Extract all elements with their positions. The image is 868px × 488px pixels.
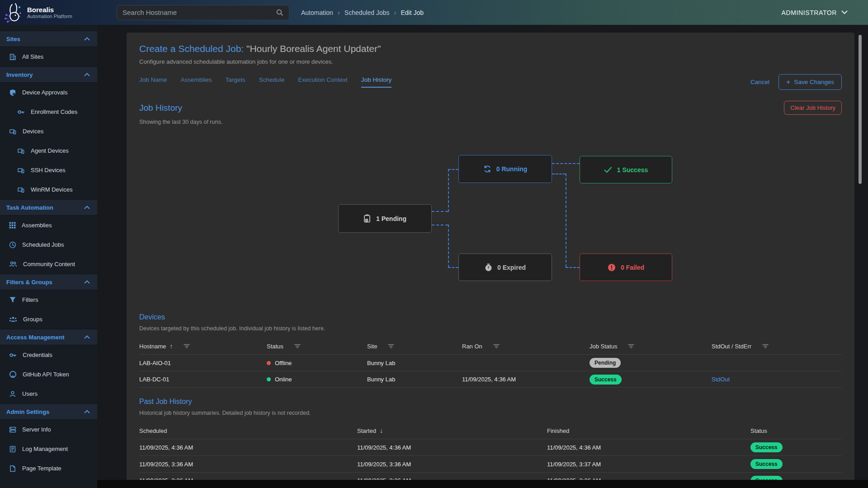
past-job-history-heading: Past Job History (139, 398, 842, 406)
chevron-up-icon (84, 37, 90, 41)
tab-job-name[interactable]: Job Name (139, 76, 167, 88)
sidebar-item-label: Server Info (22, 426, 51, 433)
sidebar-item-winrm-devices[interactable]: WinRM Devices (0, 180, 97, 199)
column-header-hostname[interactable]: Hostname ↑ (139, 343, 267, 350)
search-input[interactable] (123, 9, 276, 16)
page-subtitle: Configure advanced schedulable automatio… (139, 58, 842, 65)
past-history-table-header: Scheduled Started ↓ Finished Status (139, 422, 842, 439)
sidebar-item-device-approvals[interactable]: Device Approvals (0, 83, 97, 102)
stopwatch-icon (485, 263, 492, 272)
sidebar-section-task-automation[interactable]: Task Automation (0, 199, 97, 216)
sidebar-item-groups[interactable]: Groups (0, 310, 97, 329)
breadcrumb-separator-icon: › (338, 9, 340, 16)
flow-connector (552, 174, 566, 174)
site-cell: Bunny Lab (367, 360, 462, 366)
error-circle-icon (608, 263, 616, 272)
column-header-site[interactable]: Site (367, 343, 462, 350)
sidebar-section-sites[interactable]: Sites (0, 31, 97, 47)
sidebar-item-page-template[interactable]: Page Template (0, 459, 97, 478)
status-cell: Online (267, 376, 367, 383)
sidebar-section-filters-groups[interactable]: Filters & Groups (0, 274, 97, 290)
column-header-ran-on[interactable]: Ran On (462, 343, 590, 350)
sidebar-item-server-info[interactable]: Server Info (0, 420, 97, 439)
sidebar-item-label: Devices (23, 128, 43, 135)
user-menu[interactable]: ADMINISTRATOR (782, 9, 848, 16)
flow-node-running: 0 Running (458, 155, 552, 183)
sidebar-item-enrollment-codes[interactable]: Enrollment Codes (0, 102, 97, 122)
section-title: Sites (6, 36, 20, 42)
column-header-status[interactable]: Status (750, 427, 842, 434)
section-title: Admin Settings (6, 408, 49, 415)
sidebar-section-inventory[interactable]: Inventory (0, 66, 97, 83)
filter-icon[interactable] (762, 344, 769, 348)
sidebar-item-community-content[interactable]: Community Content (0, 254, 97, 274)
tab-targets[interactable]: Targets (226, 76, 245, 88)
save-changes-button[interactable]: + Save Changes (778, 74, 842, 90)
column-header-finished[interactable]: Finished (547, 427, 750, 434)
user-menu-label: ADMINISTRATOR (782, 9, 837, 16)
sidebar-item-label: Scheduled Jobs (22, 241, 64, 248)
brand-logo-area[interactable]: Borealis Automation Platform (0, 2, 97, 23)
sidebar-item-log-management[interactable]: Log Management (0, 439, 97, 459)
sidebar-item-github-api-token[interactable]: GitHub API Token (0, 365, 97, 384)
ran-on-cell: 11/09/2025, 4:36 AM (462, 376, 590, 383)
vertical-scrollbar[interactable] (859, 28, 862, 478)
sidebar-item-devices[interactable]: Devices (0, 122, 97, 141)
sidebar-item-label: Credentials (23, 352, 52, 358)
main-content: Create a Scheduled Job: "Hourly Borealis… (97, 25, 868, 488)
bottom-strip (97, 480, 868, 488)
sidebar-section-admin-settings[interactable]: Admin Settings (0, 404, 97, 420)
top-bar: Borealis Automation Platform Automation … (0, 0, 868, 25)
sidebar-section-access-management[interactable]: Access Management (0, 329, 97, 345)
check-icon (604, 167, 612, 173)
clear-job-history-button[interactable]: Clear Job History (784, 101, 842, 115)
funnel-icon (9, 296, 16, 303)
sidebar-item-scheduled-jobs[interactable]: Scheduled Jobs (0, 235, 97, 254)
search-box[interactable] (117, 5, 289, 20)
tab-assemblies[interactable]: Assemblies (181, 76, 212, 88)
sidebar-item-label: Community Content (23, 261, 75, 267)
status-badge: Success (750, 459, 783, 469)
devices-icon (17, 167, 25, 174)
tab-job-history[interactable]: Job History (361, 76, 392, 88)
filter-icon[interactable] (294, 344, 301, 348)
tab-schedule[interactable]: Schedule (259, 76, 284, 88)
status-badge: Success (750, 442, 783, 452)
flow-node-failed-label: 0 Failed (621, 264, 644, 271)
scrollbar-thumb[interactable] (859, 35, 862, 184)
sidebar-item-label: Groups (23, 316, 42, 323)
rabbit-logo-icon (3, 2, 23, 23)
breadcrumb-automation[interactable]: Automation (301, 9, 333, 16)
stdout-link[interactable]: StdOut (712, 376, 730, 383)
column-header-stdout-stderr[interactable]: StdOut / StdErr (712, 343, 842, 350)
devices-heading: Devices (139, 313, 842, 321)
tab-execution-context[interactable]: Execution Context (298, 76, 348, 88)
status-cell: Offline (267, 360, 367, 366)
past-job-history-section: Past Job History Historical job history … (139, 398, 842, 488)
sidebar-item-ssh-devices[interactable]: SSH Devices (0, 160, 97, 180)
breadcrumb-scheduled-jobs[interactable]: Scheduled Jobs (344, 9, 390, 16)
filter-icon[interactable] (628, 344, 634, 348)
sidebar-item-assemblies[interactable]: Assemblies (0, 216, 97, 235)
column-header-status[interactable]: Status (267, 343, 367, 350)
chevron-up-icon (84, 280, 90, 284)
sidebar-item-credentials[interactable]: Credentials (0, 345, 97, 365)
filter-icon[interactable] (493, 344, 500, 348)
column-header-job-status[interactable]: Job Status (590, 343, 712, 350)
column-header-scheduled[interactable]: Scheduled (139, 427, 357, 434)
github-icon (9, 371, 17, 378)
flow-connector (552, 163, 580, 164)
page-title-prefix: Create a Scheduled Job: (139, 43, 244, 54)
sidebar-item-users[interactable]: Users (0, 384, 97, 404)
section-title: Access Management (6, 334, 65, 341)
column-header-started[interactable]: Started ↓ (357, 427, 547, 434)
filter-icon[interactable] (388, 344, 394, 348)
cancel-button[interactable]: Cancel (750, 79, 769, 85)
job-status-badge: Pending (590, 358, 621, 368)
filter-icon[interactable] (184, 344, 190, 348)
sidebar-item-agent-devices[interactable]: Agent Devices (0, 141, 97, 160)
flow-connector (432, 211, 448, 212)
sidebar-item-filters[interactable]: Filters (0, 290, 97, 310)
sidebar-item-all-sites[interactable]: All Sites (0, 47, 97, 66)
brand-name: Borealis (27, 6, 72, 14)
